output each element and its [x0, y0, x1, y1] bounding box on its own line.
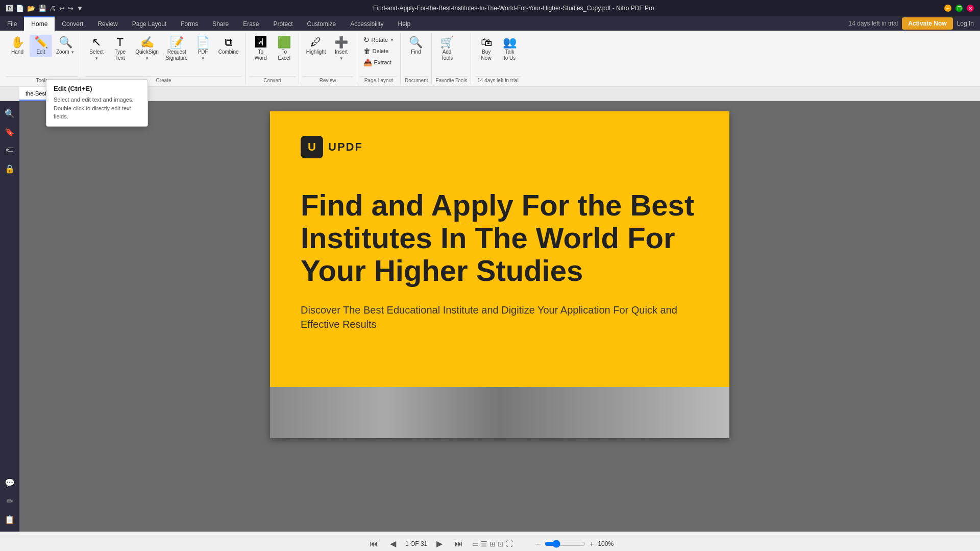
- tools-group: ✋ Hand ✏️ Edit 🔍 Zoom ▼ Tools: [3, 33, 81, 84]
- trial-group-label: 14 days left in trial: [475, 76, 521, 84]
- pdf-tool[interactable]: 📄 PDF ▼: [192, 35, 214, 63]
- zoom-in-button[interactable]: +: [587, 539, 596, 549]
- maximize-button[interactable]: ❐: [955, 5, 963, 12]
- delete-icon: 🗑: [363, 47, 371, 55]
- undo-icon[interactable]: ↩: [59, 5, 65, 12]
- zoom-out-button[interactable]: ─: [533, 539, 543, 549]
- sidebar-bookmark-icon[interactable]: 🔖: [2, 124, 18, 140]
- edit-tool[interactable]: ✏️ Edit: [30, 35, 52, 57]
- convert-row: 🆆 ToWord 🟩 ToExcel: [250, 33, 296, 76]
- sidebar-search-icon[interactable]: 🔍: [2, 105, 18, 122]
- pagelayout-group-label: Page Layout: [360, 76, 397, 84]
- convert-group-label: Convert: [250, 76, 296, 84]
- select-tool[interactable]: ↖ Select ▼: [85, 35, 108, 63]
- type-text-tool[interactable]: T TypeText: [109, 35, 131, 63]
- doc-scroll: U UPDF Find and Apply For the Best Insti…: [19, 101, 980, 457]
- tab-file[interactable]: File: [0, 16, 24, 31]
- updf-logo-icon: U: [301, 136, 323, 158]
- highlight-tool[interactable]: 🖊 Highlight: [303, 35, 329, 57]
- insert-icon: ➕: [334, 37, 348, 48]
- two-page-icon[interactable]: ⊞: [489, 540, 496, 548]
- tab-convert[interactable]: Convert: [55, 16, 90, 31]
- app-icon: 🅿: [6, 5, 13, 12]
- spread-icon[interactable]: ⊡: [498, 540, 504, 548]
- nav-last-button[interactable]: ⏭: [452, 538, 466, 549]
- rotate-icon: ↻: [363, 36, 370, 44]
- to-excel-tool[interactable]: 🟩 ToExcel: [273, 35, 296, 63]
- extract-tool[interactable]: 📤 Extract: [360, 57, 397, 67]
- pagelayout-group: ↻ Rotate ▼ 🗑 Delete 📤 Extract Page Layou…: [357, 33, 401, 84]
- open-icon[interactable]: 📂: [27, 5, 35, 12]
- tools-row: ✋ Hand ✏️ Edit 🔍 Zoom ▼: [6, 33, 78, 76]
- zoom-tool[interactable]: 🔍 Zoom ▼: [53, 35, 78, 57]
- sidebar-pen-icon[interactable]: ✏: [2, 493, 18, 509]
- nav-next-button[interactable]: ▶: [433, 538, 446, 549]
- buy-now-tool[interactable]: 🛍 BuyNow: [475, 35, 498, 63]
- quick-access-toolbar[interactable]: 🅿 📄 📂 💾 🖨 ↩ ↪ ▼: [6, 5, 83, 12]
- zoom-controls: ─ + 100%: [533, 539, 614, 549]
- favorite-tools-group: 🛒 AddTools Favorite Tools: [433, 33, 471, 84]
- trial-area: 14 days left in trial Activate Now Log I…: [849, 16, 980, 31]
- save-icon[interactable]: 💾: [38, 5, 46, 12]
- fullscreen-icon[interactable]: ⛶: [506, 540, 513, 548]
- login-link[interactable]: Log In: [957, 20, 974, 27]
- sidebar-comment-icon[interactable]: 💬: [2, 474, 18, 491]
- create-row: ↖ Select ▼ T TypeText ✍️ QuickSign ▼ 📝 R…: [85, 33, 241, 76]
- content-area[interactable]: U UPDF Find and Apply For the Best Insti…: [19, 101, 980, 532]
- tab-home[interactable]: Home: [24, 16, 55, 31]
- request-signature-tool[interactable]: 📝 RequestSignature: [163, 35, 191, 63]
- zoom-slider[interactable]: [545, 540, 585, 548]
- tab-erase[interactable]: Erase: [236, 16, 266, 31]
- sidebar-lock-icon[interactable]: 🔒: [2, 160, 18, 177]
- find-tool[interactable]: 🔍 Find: [405, 35, 427, 57]
- tooltip-title: Edit (Ctrl+E): [54, 85, 140, 92]
- hand-tool[interactable]: ✋ Hand: [6, 35, 29, 57]
- tab-forms[interactable]: Forms: [174, 16, 205, 31]
- pdf-page: U UPDF Find and Apply For the Best Insti…: [270, 111, 729, 438]
- tab-protect[interactable]: Protect: [266, 16, 300, 31]
- delete-tool[interactable]: 🗑 Delete: [360, 46, 397, 56]
- print-icon[interactable]: 🖨: [50, 5, 56, 12]
- document-row: 🔍 Find: [405, 33, 428, 76]
- review-group-label: Review: [303, 76, 353, 84]
- tab-share[interactable]: Share: [205, 16, 236, 31]
- tab-accessibility[interactable]: Accessibility: [343, 16, 390, 31]
- close-button[interactable]: ✕: [967, 5, 974, 12]
- continuous-icon[interactable]: ☰: [481, 540, 487, 548]
- tab-help[interactable]: Help: [391, 16, 418, 31]
- buy-icon: 🛍: [481, 37, 492, 48]
- tab-pagelayout[interactable]: Page Layout: [125, 16, 174, 31]
- tooltip-body: Select and edit text and images. Double-…: [54, 95, 140, 121]
- review-row: 🖊 Highlight ➕ Insert ▼: [303, 33, 353, 76]
- page-separator: OF: [410, 540, 421, 547]
- trial-row: 🛍 BuyNow 👥 Talkto Us: [475, 33, 521, 76]
- insert-tool[interactable]: ➕ Insert ▼: [330, 35, 353, 63]
- more-icon[interactable]: ▼: [77, 5, 83, 12]
- new-file-icon[interactable]: 📄: [16, 5, 24, 12]
- combine-tool[interactable]: ⧉ Combine: [215, 35, 242, 57]
- request-sig-icon: 📝: [170, 37, 184, 48]
- single-page-icon[interactable]: ▭: [472, 540, 479, 548]
- window-controls[interactable]: ─ ❐ ✕: [944, 5, 974, 12]
- zoom-level: 100%: [598, 540, 614, 547]
- rotate-tool[interactable]: ↻ Rotate ▼: [360, 35, 397, 45]
- hand-icon: ✋: [11, 37, 24, 48]
- nav-first-button[interactable]: ⏮: [366, 538, 381, 549]
- tab-customize[interactable]: Customize: [300, 16, 344, 31]
- edit-icon: ✏️: [34, 37, 48, 48]
- sidebar-tag-icon[interactable]: 🏷: [2, 142, 18, 158]
- sidebar-pages-icon[interactable]: 📋: [2, 511, 18, 528]
- to-word-tool[interactable]: 🆆 ToWord: [250, 35, 272, 63]
- extract-icon: 📤: [363, 58, 372, 66]
- redo-icon[interactable]: ↪: [68, 5, 74, 12]
- nav-prev-button[interactable]: ◀: [387, 538, 399, 549]
- add-tools-tool[interactable]: 🛒 AddTools: [436, 35, 458, 63]
- talk-to-us-tool[interactable]: 👥 Talkto Us: [499, 35, 521, 63]
- pdf-photo-strip: [270, 387, 729, 438]
- tab-review[interactable]: Review: [90, 16, 125, 31]
- trial-group: 🛍 BuyNow 👥 Talkto Us 14 days left in tri…: [472, 33, 524, 84]
- create-group: ↖ Select ▼ T TypeText ✍️ QuickSign ▼ 📝 R…: [82, 33, 245, 84]
- quicksign-tool[interactable]: ✍️ QuickSign ▼: [132, 35, 162, 63]
- minimize-button[interactable]: ─: [944, 5, 951, 12]
- activate-button[interactable]: Activate Now: [902, 17, 952, 30]
